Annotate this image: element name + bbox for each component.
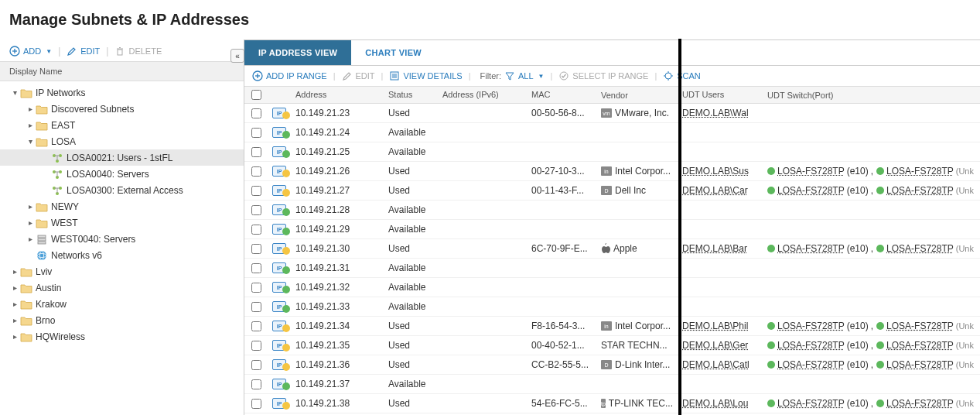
col-header-status[interactable]: Status [384, 87, 438, 103]
udt-user-link[interactable]: DEMO.LAB\Sus [682, 166, 749, 177]
view-details-button[interactable]: VIEW DETAILS [389, 70, 462, 81]
tree-west[interactable]: ▸WEST [0, 214, 244, 231]
ip-row[interactable]: IP10.149.21.35Used00-40-52-1...STAR TECH… [244, 336, 980, 355]
scan-button[interactable]: SCAN [663, 70, 701, 81]
udt-user-link[interactable]: DEMO.LAB\Lou [682, 398, 748, 409]
switch-link[interactable]: LOSA-FS728TP [886, 185, 954, 196]
tree-toggle-icon[interactable]: ▸ [9, 283, 20, 292]
filter-dropdown[interactable]: ALL ▼ [504, 70, 545, 81]
udt-user-link[interactable]: DEMO.LAB\Catl [682, 359, 750, 370]
tree-discovered-subnets[interactable]: ▸Discovered Subnets [0, 101, 244, 117]
switch-link[interactable]: LOSA-FS728TP [777, 398, 845, 409]
tree-toggle-icon[interactable]: ▾ [25, 137, 36, 146]
tree-hqwireless[interactable]: ▸HQWireless [0, 328, 244, 345]
tree-toggle-icon[interactable]: ▸ [9, 267, 20, 276]
tree-east[interactable]: ▸EAST [0, 117, 244, 133]
row-checkbox[interactable] [251, 360, 261, 370]
ip-row[interactable]: IP10.149.21.26Used00-27-10-3...inIntel C… [244, 162, 980, 181]
tree-toggle-icon[interactable]: ▸ [9, 332, 20, 341]
ip-row[interactable]: IP10.149.21.23Used00-50-56-8...vmVMware,… [244, 104, 980, 123]
switch-link[interactable]: LOSA-FS728TP [777, 359, 845, 370]
tree-newy[interactable]: ▸NEWY [0, 198, 244, 214]
collapse-sidebar-button[interactable]: « [230, 49, 244, 63]
ip-row[interactable]: IP10.149.21.34UsedF8-16-54-3...inIntel C… [244, 317, 980, 336]
ip-row[interactable]: IP10.149.21.27Used00-11-43-F...DDell Inc… [244, 181, 980, 201]
col-header-udt-users[interactable]: UDT Users [678, 87, 763, 103]
ip-row[interactable]: IP10.149.21.24Available [244, 123, 980, 142]
switch-link[interactable]: LOSA-FS728TP [777, 243, 845, 254]
row-checkbox[interactable] [251, 244, 261, 254]
tree-brno[interactable]: ▸Brno [0, 312, 244, 328]
tree-ip-networks[interactable]: ▾IP Networks [0, 84, 244, 101]
switch-link[interactable]: LOSA-FS728TP [886, 340, 954, 351]
udt-user-link[interactable]: DEMO.LAB\Car [682, 185, 748, 196]
row-checkbox[interactable] [251, 128, 261, 138]
ip-row[interactable]: IP10.149.21.36UsedCC-B2-55-5...DD-Link I… [244, 355, 980, 375]
row-checkbox[interactable] [251, 147, 261, 157]
tab-chart-view[interactable]: CHART VIEW [351, 40, 435, 65]
row-checkbox[interactable] [251, 283, 261, 293]
tree-networks-v6[interactable]: Networks v6 [0, 247, 244, 263]
switch-link[interactable]: LOSA-FS728TP [886, 359, 954, 370]
ip-row[interactable]: IP10.149.21.38Used54-E6-FC-5...tpTP-LINK… [244, 394, 980, 413]
row-checkbox[interactable] [251, 166, 261, 177]
ip-row[interactable]: IP10.149.21.25Available [244, 142, 980, 162]
row-checkbox[interactable] [251, 263, 261, 273]
tree-losa0021[interactable]: LOSA0021: Users - 1stFL [0, 149, 244, 166]
tree-west0040[interactable]: ▸WEST0040: Servers [0, 231, 244, 247]
tree-toggle-icon[interactable]: ▾ [9, 88, 20, 97]
tree-losa0300[interactable]: LOSA0300: External Access [0, 182, 244, 198]
udt-user-link[interactable]: DEMO.LAB\Wal [682, 108, 749, 118]
tree-toggle-icon[interactable]: ▸ [9, 300, 20, 308]
row-checkbox[interactable] [251, 302, 261, 312]
col-header-mac[interactable]: MAC [527, 87, 596, 103]
udt-user-link[interactable]: DEMO.LAB\Ger [682, 340, 748, 351]
ip-row[interactable]: IP10.149.21.37Available [244, 375, 980, 394]
tab-ip-address-view[interactable]: IP ADDRESS VIEW [244, 40, 351, 65]
select-ip-range-button[interactable]: SELECT IP RANGE [558, 70, 648, 81]
ip-row[interactable]: IP10.149.21.29Available [244, 220, 980, 239]
tree-toggle-icon[interactable]: ▸ [9, 316, 20, 324]
tree-toggle-icon[interactable]: ▸ [25, 202, 36, 211]
select-all-checkbox[interactable] [251, 90, 261, 100]
tree-toggle-icon[interactable]: ▸ [25, 218, 36, 227]
tree-austin[interactable]: ▸Austin [0, 280, 244, 296]
switch-link[interactable]: LOSA-FS728TP [886, 321, 954, 331]
tree-toggle-icon[interactable]: ▸ [25, 235, 36, 243]
row-checkbox[interactable] [251, 225, 261, 235]
switch-link[interactable]: LOSA-FS728TP [886, 243, 954, 254]
tree-losa0040[interactable]: LOSA0040: Servers [0, 166, 244, 182]
edit-button[interactable]: EDIT [67, 46, 100, 57]
col-header-udt-switch[interactable]: UDT Switch(Port) [763, 87, 979, 103]
switch-link[interactable]: LOSA-FS728TP [886, 398, 954, 409]
switch-link[interactable]: LOSA-FS728TP [777, 321, 845, 331]
add-ip-range-button[interactable]: ADD IP RANGE [252, 70, 327, 81]
ip-row[interactable]: IP10.149.21.32Available [244, 278, 980, 297]
delete-button[interactable]: DELETE [114, 46, 162, 57]
switch-link[interactable]: LOSA-FS728TP [777, 185, 845, 196]
col-header-vendor[interactable]: Vendor [596, 87, 678, 103]
ip-row[interactable]: IP10.149.21.30Used6C-70-9F-E...AppleDEMO… [244, 239, 980, 259]
udt-user-link[interactable]: DEMO.LAB\Bar [682, 243, 747, 254]
switch-link[interactable]: LOSA-FS728TP [886, 166, 954, 177]
edit-ip-button[interactable]: EDIT [342, 70, 375, 81]
col-header-address[interactable]: Address [291, 87, 384, 103]
ip-row[interactable]: IP10.149.21.28Available [244, 201, 980, 220]
add-button[interactable]: ADD ▼ [9, 46, 52, 57]
col-header-ipv6[interactable]: Address (IPv6) [438, 87, 527, 103]
switch-link[interactable]: LOSA-FS728TP [777, 340, 845, 351]
row-checkbox[interactable] [251, 399, 261, 409]
udt-user-link[interactable]: DEMO.LAB\Phil [682, 321, 748, 331]
tree-losa[interactable]: ▾LOSA [0, 133, 244, 149]
tree-toggle-icon[interactable]: ▸ [25, 121, 36, 129]
row-checkbox[interactable] [251, 186, 261, 196]
switch-link[interactable]: LOSA-FS728TP [777, 166, 845, 177]
row-checkbox[interactable] [251, 341, 261, 351]
tree-toggle-icon[interactable]: ▸ [25, 105, 36, 113]
row-checkbox[interactable] [251, 321, 261, 331]
ip-row[interactable]: IP10.149.21.33Available [244, 297, 980, 317]
row-checkbox[interactable] [251, 379, 261, 389]
tree-lviv[interactable]: ▸Lviv [0, 263, 244, 280]
row-checkbox[interactable] [251, 108, 261, 118]
ip-row[interactable]: IP10.149.21.31Available [244, 259, 980, 278]
